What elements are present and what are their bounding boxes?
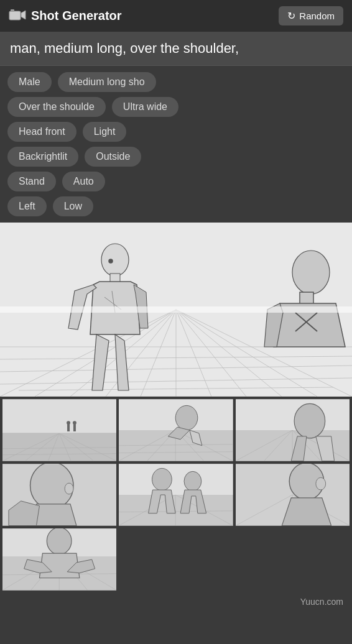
random-label: Random xyxy=(299,11,335,21)
svg-rect-40 xyxy=(2,399,116,433)
svg-point-45 xyxy=(73,421,76,425)
thumbnail-grid xyxy=(0,397,352,593)
tag-stand[interactable]: Stand xyxy=(7,172,56,191)
thumbnail-1[interactable] xyxy=(2,399,116,461)
tags-row-2: Over the shoulde Ultra wide xyxy=(7,97,345,117)
svg-point-80 xyxy=(315,477,325,490)
svg-rect-72 xyxy=(119,464,233,495)
tags-area: Male Medium long sho Over the shoulde Ul… xyxy=(0,66,352,223)
tags-row-1: Male Medium long sho xyxy=(7,72,345,92)
thumbnail-3[interactable] xyxy=(236,399,350,461)
svg-point-63 xyxy=(294,403,325,438)
svg-rect-44 xyxy=(73,424,76,431)
svg-point-26 xyxy=(292,251,330,294)
tag-medium-long[interactable]: Medium long sho xyxy=(58,72,156,92)
tag-ultra-wide[interactable]: Ultra wide xyxy=(112,97,178,117)
thumbnail-7[interactable] xyxy=(2,528,116,591)
thumbnail-4[interactable] xyxy=(2,464,116,526)
refresh-icon: ↻ xyxy=(287,10,295,22)
tag-light[interactable]: Light xyxy=(83,122,127,142)
svg-point-55 xyxy=(175,405,198,430)
watermark: Yuucn.com xyxy=(0,593,352,612)
camera-icon xyxy=(9,8,26,24)
tag-auto[interactable]: Auto xyxy=(62,172,105,191)
tag-backrightlit[interactable]: Backrightlit xyxy=(7,147,78,167)
main-preview-image xyxy=(0,223,352,397)
svg-marker-1 xyxy=(21,11,25,19)
prompt-text: man, medium long, over the shoulder, xyxy=(10,40,239,56)
svg-rect-62 xyxy=(236,399,350,430)
app-title: Shot Generator xyxy=(31,9,122,23)
random-button[interactable]: ↻ Random xyxy=(279,6,343,25)
svg-rect-42 xyxy=(67,424,70,431)
tag-low[interactable]: Low xyxy=(53,196,93,216)
tags-row-5: Stand Auto xyxy=(7,172,345,191)
header: Shot Generator ↻ Random xyxy=(0,0,352,32)
svg-point-21 xyxy=(101,244,129,276)
header-left: Shot Generator xyxy=(9,8,122,24)
svg-point-73 xyxy=(152,468,172,490)
svg-point-89 xyxy=(47,528,72,554)
tags-row-4: Backrightlit Outside xyxy=(7,147,345,167)
thumbnail-5[interactable] xyxy=(119,464,233,526)
tag-left[interactable]: Left xyxy=(7,196,47,216)
watermark-text: Yuucn.com xyxy=(300,597,343,607)
prompt-text-bar: man, medium long, over the shoulder, xyxy=(0,32,352,66)
svg-rect-0 xyxy=(9,11,21,20)
svg-rect-30 xyxy=(0,306,352,313)
tag-head-front[interactable]: Head front xyxy=(7,122,76,142)
svg-rect-2 xyxy=(11,9,14,12)
tag-outside[interactable]: Outside xyxy=(85,147,141,167)
svg-point-25 xyxy=(109,259,113,263)
tags-row-3: Head front Light xyxy=(7,122,345,142)
svg-rect-27 xyxy=(300,292,313,305)
tags-row-6: Left Low xyxy=(7,196,345,216)
tag-male[interactable]: Male xyxy=(7,72,52,92)
svg-point-66 xyxy=(65,483,73,494)
thumbnail-2[interactable] xyxy=(119,399,233,461)
svg-point-43 xyxy=(67,421,70,425)
thumbnail-6[interactable] xyxy=(236,464,350,526)
tag-over-shoulder[interactable]: Over the shoulde xyxy=(7,97,106,117)
svg-point-74 xyxy=(184,471,201,491)
